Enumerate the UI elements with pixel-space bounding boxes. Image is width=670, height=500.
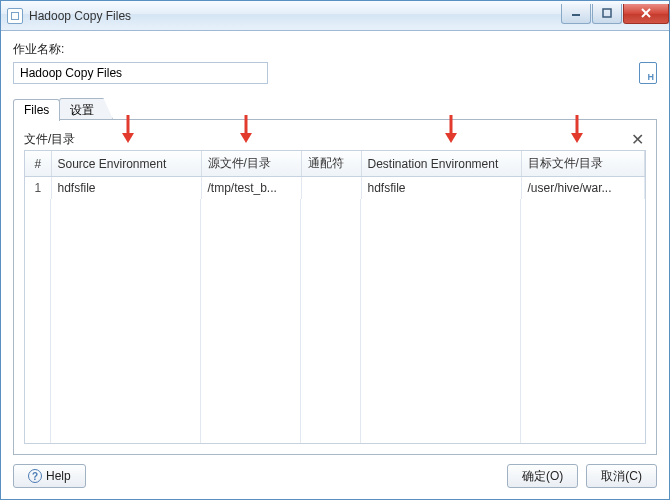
close-button[interactable] (623, 4, 669, 24)
app-icon (7, 8, 23, 24)
cancel-button[interactable]: 取消(C) (586, 464, 657, 488)
cell-source-path[interactable]: /tmp/test_b... (201, 177, 301, 200)
grid-empty-area[interactable] (25, 199, 645, 444)
cell-source-env[interactable]: hdfsfile (51, 177, 201, 200)
col-num[interactable]: # (25, 151, 51, 177)
col-dest-env[interactable]: Destination Environment (361, 151, 521, 177)
titlebar[interactable]: Hadoop Copy Files (1, 1, 669, 31)
client-area: 作业名称: Files 设置 (1, 31, 669, 499)
col-wildcard[interactable]: 通配符 (301, 151, 361, 177)
minimize-button[interactable] (561, 4, 591, 24)
job-name-input[interactable] (13, 62, 268, 84)
help-button[interactable]: ? Help (13, 464, 86, 488)
col-source-env[interactable]: Source Environment (51, 151, 201, 177)
help-icon: ? (28, 469, 42, 483)
tab-frame: Files 设置 文件/目录 (13, 98, 657, 455)
col-dest-path[interactable]: 目标文件/目录 (521, 151, 645, 177)
help-button-label: Help (46, 469, 71, 483)
dialog-window: Hadoop Copy Files 作业名称: Files 设置 (0, 0, 670, 500)
tab-settings[interactable]: 设置 (59, 98, 113, 120)
table-row[interactable]: 1 hdfsfile /tmp/test_b... hdfsfile /user… (25, 177, 645, 200)
tab-files[interactable]: Files (13, 99, 60, 121)
cancel-button-label: 取消(C) (601, 468, 642, 485)
tab-files-label: Files (24, 103, 49, 117)
cell-dest-env[interactable]: hdfsfile (361, 177, 521, 200)
window-title: Hadoop Copy Files (29, 9, 560, 23)
window-buttons (560, 4, 669, 26)
col-source-path[interactable]: 源文件/目录 (201, 151, 301, 177)
tab-settings-label: 设置 (70, 103, 94, 117)
ok-button-label: 确定(O) (522, 468, 563, 485)
document-icon[interactable] (639, 62, 657, 84)
svg-rect-1 (603, 9, 611, 17)
cell-num[interactable]: 1 (25, 177, 51, 200)
files-grid[interactable]: # Source Environment 源文件/目录 通配符 Destinat… (24, 150, 646, 444)
maximize-button[interactable] (592, 4, 622, 24)
ok-button[interactable]: 确定(O) (507, 464, 578, 488)
button-bar: ? Help 确定(O) 取消(C) (13, 455, 657, 491)
grid-header-row: # Source Environment 源文件/目录 通配符 Destinat… (25, 151, 645, 177)
cell-dest-path[interactable]: /user/hive/war... (521, 177, 645, 200)
cell-wildcard[interactable] (301, 177, 361, 200)
files-section-title: 文件/目录 (24, 131, 75, 148)
tab-strip: Files 设置 (13, 98, 657, 120)
clear-icon[interactable]: ✕ (628, 130, 646, 148)
job-name-label: 作业名称: (13, 41, 657, 58)
tab-body-files: 文件/目录 ✕ (13, 120, 657, 455)
